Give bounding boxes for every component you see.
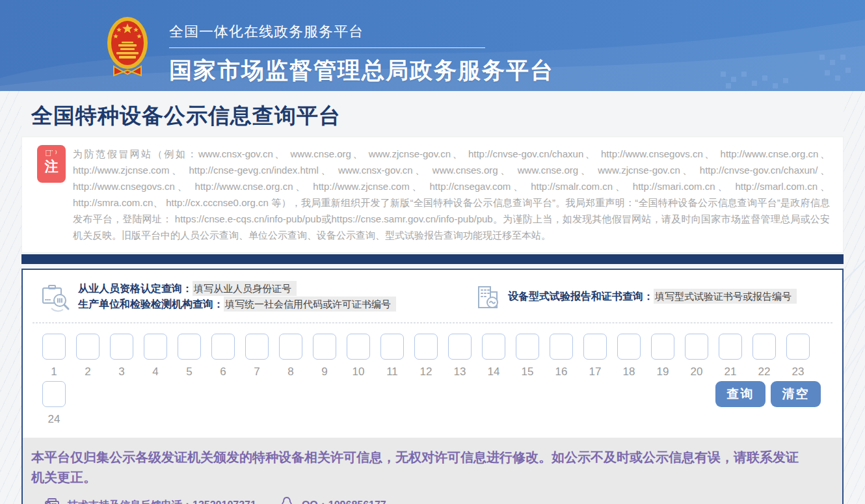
code-box-input-11[interactable] <box>380 334 404 360</box>
code-box-input-20[interactable] <box>685 334 708 360</box>
disclaimer-text: 本平台仅归集公示各级发证机关颁发的特种设备相关许可信息，无权对许可信息进行修改。… <box>31 447 803 488</box>
phone-number: 13520107371 <box>193 499 256 504</box>
code-box-input-14[interactable] <box>482 334 505 360</box>
code-box-number: 5 <box>178 365 201 378</box>
smiley-face-icon: ⌒̈ ⁾ <box>37 149 66 158</box>
code-box-number: 6 <box>211 365 235 378</box>
code-box-input-16[interactable] <box>550 334 573 360</box>
code-box-input-2[interactable] <box>76 334 100 360</box>
code-box-input-8[interactable] <box>279 334 302 360</box>
code-box-number: 12 <box>414 365 438 378</box>
code-box-cell: 24 <box>42 381 66 426</box>
site-header: 全国一体化在线政务服务平台 国家市场监督管理总局政务服务平台 <box>0 0 865 91</box>
code-box-cell: 1 <box>42 334 66 378</box>
code-box-number: 10 <box>347 365 370 378</box>
code-box-number: 24 <box>42 413 66 426</box>
code-box-number: 16 <box>550 365 573 378</box>
query-instructions: 从业人员资格认定查询：填写从业人员身份证号 生产单位和检验检测机构查询：填写统一… <box>23 270 842 320</box>
code-box-input-4[interactable] <box>144 334 167 360</box>
left-decor-stripe <box>0 91 21 504</box>
code-box-cell: 8 <box>279 334 302 378</box>
anti-fake-notice: ⌒̈ ⁾ 注 为防范假冒网站（例如：www.cnsx-gov.cn、 www.c… <box>21 137 844 253</box>
code-box-input-5[interactable] <box>178 334 201 360</box>
qq-number: 1096856177 <box>328 499 386 504</box>
note-badge-label: 注 <box>37 158 66 175</box>
code-box-cell: 12 <box>414 334 438 378</box>
fax-phone-icon <box>44 498 60 504</box>
code-box-input-18[interactable] <box>617 334 641 360</box>
code-box-number: 21 <box>719 365 742 378</box>
code-box-input-22[interactable] <box>752 334 776 360</box>
person-query-label: 从业人员资格认定查询： <box>78 283 193 294</box>
qq-label: QQ： <box>302 499 328 504</box>
code-box-cell: 7 <box>245 334 269 378</box>
panel-footer: 本平台仅归集公示各级发证机关颁发的特种设备相关许可信息，无权对许可信息进行修改。… <box>23 438 842 504</box>
code-box-cell: 2 <box>76 334 100 378</box>
pixel-mosaic-decor <box>715 52 852 91</box>
package-magnifier-icon <box>40 282 72 312</box>
code-box-number: 8 <box>279 365 302 378</box>
code-box-number: 3 <box>110 365 133 378</box>
type-test-query-group: 设备型式试验报告和证书查询：填写型式试验证书号或报告编号 <box>474 283 797 312</box>
code-box-input-24[interactable] <box>42 381 66 407</box>
code-box-number: 7 <box>245 365 269 378</box>
code-box-cell: 14 <box>482 334 505 378</box>
code-box-number: 11 <box>380 365 404 378</box>
code-box-input-15[interactable] <box>516 334 539 360</box>
code-box-input-7[interactable] <box>245 334 269 360</box>
code-box-input-9[interactable] <box>313 334 336 360</box>
code-boxes-row2: 24 查询 清空 <box>23 378 842 438</box>
code-box-input-12[interactable] <box>414 334 438 360</box>
code-box-cell: 20 <box>685 334 708 378</box>
code-box-cell: 23 <box>786 334 810 378</box>
unit-query-hint: 填写统一社会信用代码或许可证书编号 <box>224 297 396 312</box>
query-panel: 从业人员资格认定查询：填写从业人员身份证号 生产单位和检验检测机构查询：填写统一… <box>21 269 844 504</box>
code-box-input-10[interactable] <box>347 334 370 360</box>
page-title: 全国特种设备公示信息查询平台 <box>0 91 865 137</box>
code-boxes-row1: 1 2 3 4 5 6 7 8 9 10 11 <box>23 323 842 378</box>
code-box-number: 20 <box>685 365 708 378</box>
code-box-cell: 11 <box>380 334 404 378</box>
code-box-cell: 10 <box>347 334 370 378</box>
action-buttons: 查询 清空 <box>715 381 821 407</box>
unit-query-label: 生产单位和检验检测机构查询： <box>78 298 224 310</box>
code-box-cell: 6 <box>211 334 235 378</box>
code-box-input-13[interactable] <box>448 334 472 360</box>
code-box-cell: 5 <box>178 334 201 378</box>
code-box-cell: 21 <box>719 334 742 378</box>
phone-label: 技术支持及信息反馈电话： <box>68 499 193 504</box>
code-box-input-21[interactable] <box>719 334 742 360</box>
code-box-number: 18 <box>617 365 641 378</box>
code-box-number: 13 <box>448 365 472 378</box>
building-search-icon <box>474 283 501 312</box>
notice-text: 为防范假冒网站（例如：www.cnsx-gov.cn、 www.cnse.org… <box>73 146 830 243</box>
code-box-cell: 18 <box>617 334 641 378</box>
code-box-number: 23 <box>786 365 810 378</box>
code-box-number: 15 <box>516 365 539 378</box>
code-box-input-19[interactable] <box>651 334 674 360</box>
code-box-input-6[interactable] <box>211 334 235 360</box>
code-box-cell: 13 <box>448 334 472 378</box>
code-box-cell: 19 <box>651 334 674 378</box>
code-box-input-17[interactable] <box>583 334 607 360</box>
code-box-cell: 15 <box>516 334 539 378</box>
code-box-input-23[interactable] <box>786 334 810 360</box>
code-box-number: 9 <box>313 365 336 378</box>
code-box-number: 1 <box>42 365 66 378</box>
code-box-input-1[interactable] <box>42 334 66 360</box>
query-button[interactable]: 查询 <box>715 381 765 407</box>
navy-divider-bar <box>21 254 844 264</box>
type-test-query-hint: 填写型式试验证书号或报告编号 <box>654 289 797 304</box>
person-query-line: 从业人员资格认定查询：填写从业人员身份证号 <box>78 282 396 296</box>
qq-penguin-icon <box>280 497 294 504</box>
code-box-input-3[interactable] <box>110 334 133 360</box>
type-test-query-line: 设备型式试验报告和证书查询：填写型式试验证书号或报告编号 <box>508 290 797 304</box>
clear-button[interactable]: 清空 <box>771 381 821 407</box>
code-box-cell: 22 <box>752 334 776 378</box>
code-box-cell: 3 <box>110 334 133 378</box>
type-test-query-label: 设备型式试验报告和证书查询： <box>508 291 654 302</box>
national-emblem <box>106 14 149 79</box>
code-box-number: 22 <box>752 365 776 378</box>
person-unit-query-group: 从业人员资格认定查询：填写从业人员身份证号 生产单位和检验检测机构查询：填写统一… <box>40 280 396 313</box>
code-box-cell: 4 <box>144 334 167 378</box>
